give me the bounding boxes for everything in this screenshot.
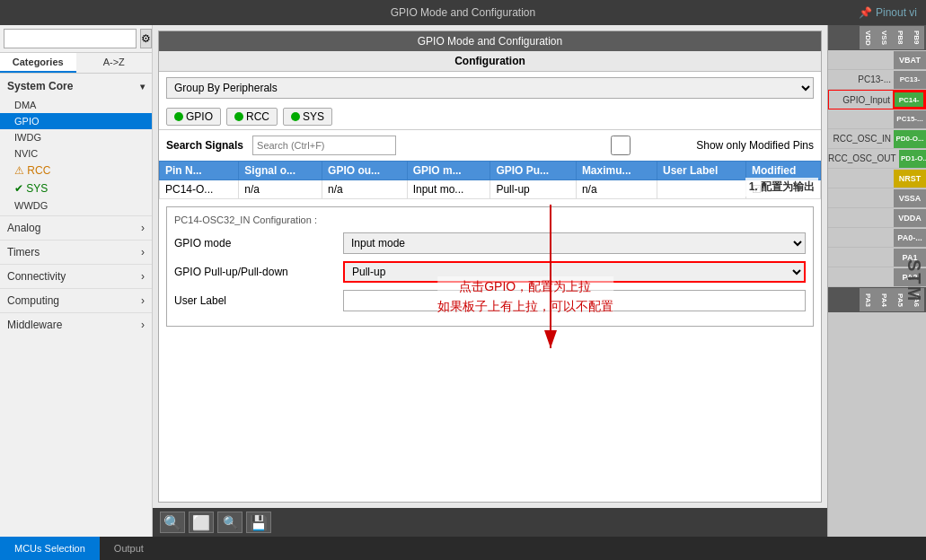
tab-sys[interactable]: SYS [283, 108, 332, 126]
tab-rcc-label: RCC [246, 110, 269, 123]
pin-pc13-label: PC13-... [828, 74, 894, 84]
show-modified-checkbox[interactable] [549, 136, 692, 155]
sidebar-tabs: Categories A->Z [0, 53, 152, 74]
gpio-mode-label: GPIO mode [174, 237, 336, 249]
sidebar-item-rcc[interactable]: ⚠ RCC [0, 162, 152, 179]
section-middleware: Middleware › [0, 312, 152, 337]
gpio-mode-select[interactable]: Input mode [343, 232, 806, 254]
pc14-config-title: PC14-OSC32_IN Configuration : [174, 214, 806, 225]
section-computing-label: Computing [7, 294, 59, 307]
sidebar-item-iwdg[interactable]: IWDG [0, 129, 152, 145]
table-row[interactable]: PC14-O... n/a n/a Input mo... Pull-up n/… [160, 180, 821, 199]
sidebar-search-input[interactable] [4, 29, 137, 48]
right-panel: VDD VSS PB8 PB9 VBAT PC13-... PC13- GPIO… [827, 25, 926, 537]
pin-pb8: PB8 [892, 26, 908, 49]
tab-categories[interactable]: Categories [0, 53, 76, 73]
sidebar-item-dma[interactable]: DMA [0, 97, 152, 113]
group-by-select[interactable]: Group By Peripherals [166, 77, 814, 99]
sidebar-item-sys[interactable]: ✔ SYS [0, 179, 152, 197]
gpio-mode-row: GPIO mode Input mode [174, 232, 806, 254]
col-gpio-out: GPIO ou... [322, 162, 408, 180]
modal-titlebar: GPIO Mode and Configuration [159, 31, 821, 51]
pin-vss: VSS [876, 26, 892, 49]
tab-mcus-selection[interactable]: MCUs Selection [0, 537, 100, 560]
section-analog-header[interactable]: Analog › [0, 216, 152, 240]
user-label-input[interactable] [343, 290, 806, 311]
col-gpio-mode: GPIO m... [407, 162, 490, 180]
gpio-dot [174, 112, 183, 121]
pin-vdda-box: VDDA [894, 209, 926, 227]
section-connectivity-label: Connectivity [7, 270, 66, 283]
section-system-core-header[interactable]: System Core ▾ [0, 75, 152, 97]
topbar: GPIO Mode and Configuration 📌 Pinout vi [0, 0, 926, 25]
cell-gpio-mode: Input mo... [407, 180, 490, 199]
pc14-config-box: PC14-OSC32_IN Configuration : GPIO mode … [166, 206, 814, 327]
section-timers: Timers › [0, 240, 152, 264]
sidebar-item-gpio[interactable]: GPIO [0, 113, 152, 129]
section-connectivity: Connectivity › [0, 264, 152, 288]
gpio-pullup-row: GPIO Pull-up/Pull-down Pull-up [174, 261, 806, 283]
show-modified-row: Show only Modified Pins [549, 136, 814, 155]
signal-table: Pin N... Signal o... GPIO ou... GPIO m..… [159, 161, 821, 199]
zoom-in-button[interactable]: 🔍 [160, 512, 185, 533]
tab-rcc[interactable]: RCC [226, 108, 278, 126]
pin-pd1-box: PD1-O... [899, 150, 926, 168]
cell-gpio-pu: Pull-up [490, 180, 576, 199]
gpio-modal: GPIO Mode and Configuration Configuratio… [158, 31, 822, 503]
tab-output[interactable]: Output [100, 537, 158, 560]
pin-pc15-box: PC15-... [894, 110, 926, 128]
pin-pc13-box: PC13- [894, 71, 926, 89]
pin-row-pc15: PC15-... [828, 109, 926, 129]
export-button[interactable]: 💾 [246, 512, 271, 533]
section-analog-label: Analog [7, 222, 40, 234]
sidebar-item-nvic[interactable]: NVIC [0, 145, 152, 162]
cell-user-label [657, 180, 745, 199]
chevron-right-icon3: › [141, 270, 145, 283]
signal-table-wrapper: Pin N... Signal o... GPIO ou... GPIO m..… [159, 161, 821, 199]
pin-row-vssa: VSSA [828, 188, 926, 208]
chevron-right-icon5: › [141, 319, 145, 331]
sidebar-search-row: ⚙ [0, 25, 152, 53]
chevron-right-icon4: › [141, 294, 145, 307]
tab-sys-label: SYS [303, 110, 324, 123]
sidebar-item-wwdg[interactable]: WWDG [0, 197, 152, 214]
section-timers-header[interactable]: Timers › [0, 241, 152, 264]
modal-title: GPIO Mode and Configuration [418, 35, 562, 48]
section-middleware-header[interactable]: Middleware › [0, 313, 152, 337]
pin-nrst-box: NRST [894, 170, 926, 188]
topbar-title: GPIO Mode and Configuration [391, 6, 535, 19]
zoom-out-button[interactable]: 🔍 [217, 512, 243, 533]
pin-vdd: VDD [860, 26, 876, 49]
stm-label: STM [904, 259, 924, 302]
tab-gpio[interactable]: GPIO [166, 108, 221, 126]
pin-row-vbat: VBAT [828, 50, 926, 70]
section-computing-header[interactable]: Computing › [0, 289, 152, 312]
rcc-dot [234, 112, 243, 121]
gpio-pullup-select[interactable]: Pull-up [343, 261, 806, 283]
section-connectivity-header[interactable]: Connectivity › [0, 265, 152, 288]
pin-pd0-label: RCC_OSC_IN [828, 134, 894, 144]
pinout-label: Pinout vi [876, 6, 917, 19]
section-timers-label: Timers [7, 246, 40, 258]
section-computing: Computing › [0, 288, 152, 312]
pin-pd1-label: RCC_OSC_OUT [828, 153, 899, 163]
search-signals-row: Search Signals Show only Modified Pins [159, 130, 821, 161]
warning-icon: ⚠ [14, 164, 27, 177]
footer-tabs: MCUs Selection Output [0, 537, 926, 560]
gpio-tabs: GPIO RCC SYS [159, 104, 821, 130]
search-signals-input[interactable] [252, 136, 396, 155]
show-modified-label: Show only Modified Pins [696, 139, 814, 152]
sidebar: ⚙ Categories A->Z System Core ▾ DMA GPIO… [0, 25, 153, 537]
section-system-core: System Core ▾ DMA GPIO IWDG NVIC ⚠ RCC ✔… [0, 74, 152, 215]
chevron-right-icon2: › [141, 246, 145, 258]
cell-gpio-out: n/a [322, 180, 408, 199]
fit-button[interactable]: ⬜ [189, 512, 214, 533]
center-panel: GPIO Mode and Configuration Configuratio… [153, 25, 827, 537]
pinout-button[interactable]: 📌 Pinout vi [859, 6, 917, 19]
top-pins-row: VDD VSS PB8 PB9 [828, 25, 926, 50]
gear-icon[interactable]: ⚙ [140, 29, 152, 48]
tab-az[interactable]: A->Z [76, 53, 153, 73]
check-icon: ✔ [14, 182, 26, 195]
pin-pc14-label: GPIO_Input [829, 95, 893, 105]
col-gpio-pu: GPIO Pu... [490, 162, 576, 180]
